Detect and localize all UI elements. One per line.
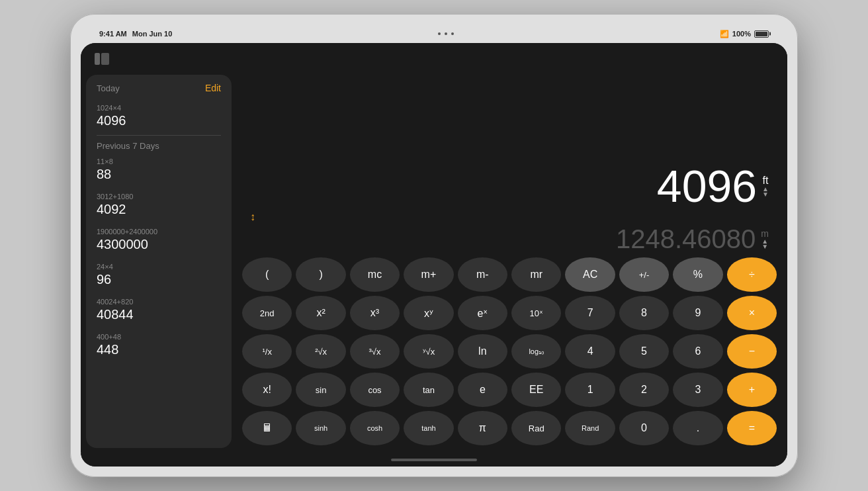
dot3 bbox=[451, 32, 454, 35]
secondary-display: 1248.46080 m ▲ ▼ bbox=[250, 226, 769, 252]
prev-section-label: Previous 7 Days bbox=[86, 137, 232, 152]
key-2nd-button[interactable]: 2nd bbox=[242, 296, 292, 330]
status-bar: 9:41 AM Mon Jun 10 📶 100% bbox=[81, 24, 787, 43]
key-7-button[interactable]: 7 bbox=[565, 296, 615, 330]
today-label: Today bbox=[97, 83, 120, 93]
key-mr-button[interactable]: mr bbox=[511, 257, 561, 292]
home-indicator bbox=[81, 453, 787, 467]
key---x-button[interactable]: ʸ√x bbox=[404, 334, 453, 369]
history-item-prev-5[interactable]: 400+48 448 bbox=[86, 328, 232, 363]
key-2-button[interactable]: 2 bbox=[619, 373, 669, 407]
key-x--button[interactable]: x² bbox=[296, 296, 345, 330]
key---button[interactable]: = bbox=[727, 411, 777, 445]
history-item-prev-1[interactable]: 3012+1080 4092 bbox=[86, 187, 232, 222]
key-e--button[interactable]: eˣ bbox=[458, 296, 507, 330]
history-result: 40844 bbox=[97, 307, 221, 322]
edit-button[interactable]: Edit bbox=[205, 83, 221, 93]
main-content: Today Edit 1024×4 4096 Previous 7 Days 1… bbox=[81, 75, 787, 453]
history-item-today-0[interactable]: 1024×4 4096 bbox=[86, 99, 232, 134]
history-result: 96 bbox=[97, 272, 221, 287]
battery-icon bbox=[754, 30, 769, 38]
keypad-row-3: x!sincostaneEE123+ bbox=[242, 373, 777, 407]
history-item-prev-3[interactable]: 24×4 96 bbox=[86, 257, 232, 292]
history-expr: 11×8 bbox=[97, 157, 221, 165]
key-Rad-button[interactable]: Rad bbox=[511, 411, 561, 445]
key-m--button[interactable]: m+ bbox=[404, 257, 453, 292]
key-1-button[interactable]: 1 bbox=[565, 373, 615, 407]
key-x--button[interactable]: x! bbox=[242, 373, 292, 407]
key-e-button[interactable]: e bbox=[458, 373, 507, 407]
key-3-button[interactable]: 3 bbox=[673, 373, 722, 407]
sidebar-toggle-button[interactable] bbox=[91, 48, 112, 69]
primary-display: 4096 ft ▲ ▼ bbox=[250, 163, 769, 208]
key---button[interactable]: ÷ bbox=[727, 257, 777, 292]
history-header: Today Edit bbox=[86, 83, 232, 99]
key-sinh-button[interactable]: sinh bbox=[296, 411, 345, 445]
key---button[interactable]: π bbox=[458, 411, 507, 445]
secondary-unit-selector[interactable]: m ▲ ▼ bbox=[761, 228, 769, 249]
status-right: 📶 100% bbox=[720, 30, 769, 38]
key-tan-button[interactable]: tan bbox=[404, 373, 453, 407]
key-Rand-button[interactable]: Rand bbox=[565, 411, 615, 445]
history-expr: 3012+1080 bbox=[97, 193, 221, 201]
dot1 bbox=[438, 32, 441, 35]
key-x--button[interactable]: xʸ bbox=[404, 296, 453, 330]
key-sin-button[interactable]: sin bbox=[296, 373, 345, 407]
key-x--button[interactable]: x³ bbox=[350, 296, 400, 330]
history-expr: 40024+820 bbox=[97, 298, 221, 306]
history-expr: 24×4 bbox=[97, 263, 221, 271]
history-expr: 1900000+2400000 bbox=[97, 228, 221, 236]
key---x-button[interactable]: ¹/x bbox=[242, 334, 292, 369]
key---button[interactable]: % bbox=[673, 257, 722, 292]
key----button[interactable]: 🖩 bbox=[242, 411, 292, 445]
history-expr: 1024×4 bbox=[97, 104, 221, 112]
key-AC-button[interactable]: AC bbox=[565, 257, 615, 292]
key-m--button[interactable]: m- bbox=[458, 257, 507, 292]
key---x-button[interactable]: ³√x bbox=[350, 334, 400, 369]
key---button[interactable]: − bbox=[727, 334, 777, 369]
key-log---button[interactable]: log₁₀ bbox=[511, 334, 561, 369]
key---button[interactable]: ( bbox=[242, 257, 292, 292]
time-label: 9:41 AM bbox=[99, 30, 127, 38]
key---button[interactable]: ) bbox=[296, 257, 345, 292]
history-item-prev-2[interactable]: 1900000+2400000 4300000 bbox=[86, 222, 232, 257]
status-center bbox=[438, 32, 454, 35]
battery-fill bbox=[756, 32, 767, 36]
history-item-prev-4[interactable]: 40024+820 40844 bbox=[86, 292, 232, 328]
key-4-button[interactable]: 4 bbox=[565, 334, 615, 369]
svg-rect-0 bbox=[95, 53, 100, 65]
primary-unit-chevrons: ▲ ▼ bbox=[762, 187, 769, 197]
key-8-button[interactable]: 8 bbox=[619, 296, 669, 330]
key-----button[interactable]: +/- bbox=[619, 257, 669, 292]
key-9-button[interactable]: 9 bbox=[673, 296, 722, 330]
history-result: 88 bbox=[97, 167, 221, 182]
history-result: 4096 bbox=[97, 113, 221, 128]
battery-pct: 100% bbox=[732, 30, 751, 38]
history-panel: Today Edit 1024×4 4096 Previous 7 Days 1… bbox=[86, 75, 232, 448]
key-mc-button[interactable]: mc bbox=[350, 257, 400, 292]
key---button[interactable]: . bbox=[673, 411, 722, 445]
key-cos-button[interactable]: cos bbox=[350, 373, 400, 407]
key---button[interactable]: × bbox=[727, 296, 777, 330]
key-10--button[interactable]: 10ˣ bbox=[511, 296, 561, 330]
history-result: 448 bbox=[97, 342, 221, 357]
status-left: 9:41 AM Mon Jun 10 bbox=[99, 30, 172, 38]
history-result: 4300000 bbox=[97, 237, 221, 252]
key-0-button[interactable]: 0 bbox=[619, 411, 669, 445]
key-6-button[interactable]: 6 bbox=[673, 334, 722, 369]
display-area: 4096 ft ▲ ▼ ↕ 1248.46080 bbox=[237, 75, 782, 257]
key-EE-button[interactable]: EE bbox=[511, 373, 561, 407]
convert-icon[interactable]: ↕ bbox=[250, 211, 255, 223]
key-5-button[interactable]: 5 bbox=[619, 334, 669, 369]
keypad-row-0: ()mcm+m-mrAC+/-%÷ bbox=[242, 257, 777, 292]
key---button[interactable]: + bbox=[727, 373, 777, 407]
ipad-frame: 9:41 AM Mon Jun 10 📶 100% bbox=[70, 14, 798, 477]
secondary-number: 1248.46080 bbox=[616, 226, 756, 252]
key-tanh-button[interactable]: tanh bbox=[404, 411, 453, 445]
key---x-button[interactable]: ²√x bbox=[296, 334, 345, 369]
history-item-prev-0[interactable]: 11×8 88 bbox=[86, 152, 232, 187]
primary-unit-selector[interactable]: ft ▲ ▼ bbox=[762, 175, 769, 197]
history-expr: 400+48 bbox=[97, 333, 221, 341]
key-ln-button[interactable]: ln bbox=[458, 334, 507, 369]
key-cosh-button[interactable]: cosh bbox=[350, 411, 400, 445]
